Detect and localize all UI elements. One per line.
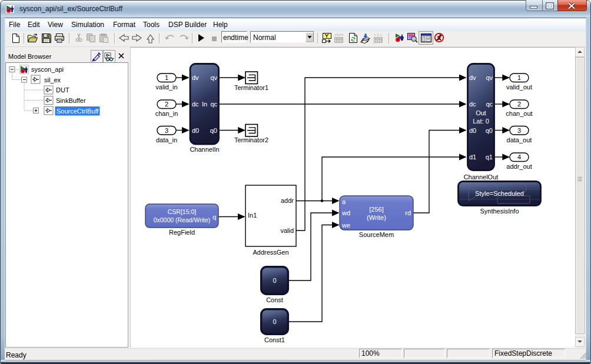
- svg-text:1: 1: [165, 74, 168, 81]
- svg-text:d0: d0: [192, 127, 199, 134]
- svg-text:CSR[15:0]: CSR[15:0]: [168, 208, 197, 215]
- svg-text:addr: addr: [281, 197, 294, 204]
- svg-text:0x0000 (Read/Write): 0x0000 (Read/Write): [154, 216, 211, 223]
- svg-text:a: a: [342, 198, 346, 205]
- svg-text:wd: wd: [341, 209, 350, 216]
- svg-text:dv: dv: [192, 74, 199, 81]
- svg-text:valid_out: valid_out: [506, 84, 532, 91]
- svg-text:we: we: [341, 222, 350, 229]
- svg-text:qc: qc: [486, 101, 493, 108]
- svg-text:dc: dc: [469, 101, 476, 108]
- svg-text:3: 3: [517, 127, 521, 134]
- svg-text:Const1: Const1: [264, 336, 285, 343]
- svg-text:dc: dc: [192, 101, 199, 108]
- svg-text:0: 0: [273, 318, 276, 325]
- svg-text:rd: rd: [405, 209, 411, 216]
- svg-text:ChannelIn: ChannelIn: [190, 146, 219, 153]
- svg-text:RegField: RegField: [169, 229, 195, 236]
- svg-text:Normal: Normal: [253, 34, 276, 42]
- svg-text:Lat: 0: Lat: 0: [473, 118, 489, 125]
- svg-text:q0: q0: [486, 127, 493, 134]
- svg-text:ChannelOut: ChannelOut: [464, 173, 499, 181]
- svg-text:Const: Const: [266, 296, 283, 303]
- svg-text:qv: qv: [210, 74, 217, 81]
- svg-text:qv: qv: [486, 74, 493, 81]
- svg-text:chan_out: chan_out: [506, 110, 532, 117]
- svg-text:d1: d1: [469, 153, 476, 161]
- svg-text:valid_in: valid_in: [155, 84, 177, 91]
- svg-text:SourceMem: SourceMem: [359, 231, 394, 238]
- svg-text:sil_ex: sil_ex: [44, 76, 61, 84]
- svg-text:2: 2: [517, 101, 521, 108]
- svg-text:3: 3: [165, 127, 168, 134]
- svg-text:SynthesisInfo: SynthesisInfo: [480, 208, 519, 215]
- svg-text:(Write): (Write): [367, 214, 386, 221]
- svg-text:2: 2: [165, 101, 168, 108]
- svg-text:dv: dv: [469, 74, 476, 81]
- svg-text:Terminator2: Terminator2: [234, 136, 268, 143]
- svg-text:q1: q1: [486, 153, 493, 161]
- svg-text:0: 0: [273, 277, 276, 284]
- svg-text:q0: q0: [210, 127, 217, 134]
- svg-text:[256]: [256]: [369, 206, 383, 213]
- svg-text:chan_in: chan_in: [155, 110, 178, 117]
- svg-text:Out: Out: [476, 109, 486, 116]
- svg-text:q: q: [213, 213, 216, 221]
- svg-text:SinkBuffer: SinkBuffer: [56, 97, 86, 104]
- svg-text:qc: qc: [210, 101, 217, 108]
- svg-text:valid: valid: [280, 227, 294, 234]
- svg-text:endtime: endtime: [223, 34, 248, 42]
- svg-text:addr_out: addr_out: [506, 163, 532, 170]
- svg-text:Style=Scheduled: Style=Scheduled: [475, 190, 524, 197]
- svg-text:AddressGen: AddressGen: [253, 249, 288, 256]
- svg-text:Terminator1: Terminator1: [234, 84, 268, 91]
- svg-text:In1: In1: [248, 212, 257, 219]
- svg-text:4: 4: [517, 153, 521, 161]
- svg-text:data_out: data_out: [507, 136, 532, 143]
- svg-text:In: In: [202, 101, 207, 108]
- svg-text:DUT: DUT: [56, 86, 69, 93]
- svg-text:1: 1: [517, 74, 521, 81]
- svg-text:syscon_api: syscon_api: [31, 66, 64, 73]
- svg-text:d0: d0: [469, 127, 476, 134]
- svg-text:SourceCtrlBuff: SourceCtrlBuff: [57, 108, 99, 115]
- svg-text:data_in: data_in: [156, 136, 177, 143]
